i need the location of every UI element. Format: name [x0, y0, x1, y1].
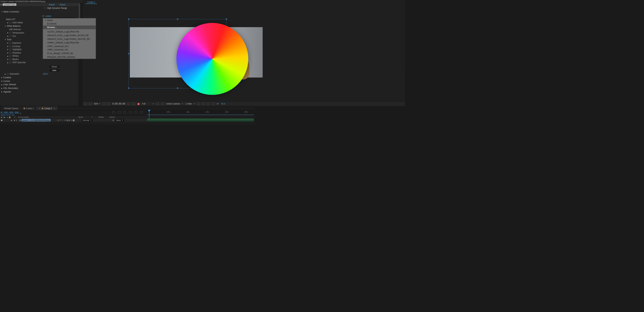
stopwatch-icon[interactable] [9, 32, 11, 34]
lut-option-none[interactable]: None [43, 18, 96, 22]
timeline-icon[interactable] [207, 103, 210, 105]
speaker-icon[interactable]: 🔈 [3, 116, 6, 118]
layer-color-icon[interactable]: ■ [13, 119, 16, 121]
hdr-white-label: HDR White [12, 21, 23, 24]
color-mgmt-icon[interactable]: ⬤ [137, 102, 140, 105]
active-checkbox[interactable] [43, 15, 45, 17]
section-basic-correction[interactable]: ▼ Basic Correction [0, 10, 78, 14]
lut-option[interactable]: AlexaV3_K1S1_LogC2Video_Rec709_EE [43, 37, 96, 41]
monitor-icon[interactable] [89, 103, 92, 105]
hdr-checkbox[interactable] [44, 7, 46, 9]
guide-icon[interactable] [103, 103, 105, 105]
panel-menu-icon[interactable]: ≡ [54, 107, 55, 109]
channels-icon[interactable] [132, 103, 135, 105]
stopwatch-icon[interactable] [9, 35, 11, 37]
pickwhip-icon[interactable]: @ [112, 119, 115, 121]
reset-link[interactable]: Reset [49, 3, 55, 6]
fast-preview-icon[interactable] [202, 103, 205, 105]
mask-icon[interactable] [108, 103, 110, 105]
lut-option-browse[interactable]: Browse... [43, 25, 96, 29]
time-ruler[interactable]: 05s10s15s20s25s [147, 110, 254, 114]
layer-name[interactable]: photo-1…81-48f03fa45e9f.jpeg [22, 119, 51, 121]
layer-column-header: ◉ 🔈 ● 🔒 # Source Name Mode T TrkMat Pare… [0, 116, 147, 119]
tab-comp2[interactable]: ×Comp 2≡ [36, 106, 57, 110]
snapshot-icon[interactable] [128, 103, 130, 105]
camera-dropdown[interactable]: Active Camera▼ [166, 102, 183, 105]
stopwatch-icon[interactable] [9, 22, 11, 24]
blend-mode-value: Normal [83, 119, 89, 121]
refresh-icon[interactable]: ⟳ [217, 102, 219, 105]
transparency-grid-icon[interactable] [161, 103, 164, 105]
about-link[interactable]: About... [59, 3, 67, 6]
effect-panel-tab[interactable]: Comp 2 • photo-1421809313281-48f03fa45e9… [0, 0, 83, 3]
whites-label: Whites [12, 55, 19, 57]
resolution-value: Full [142, 102, 145, 105]
draft3d-icon[interactable] [118, 111, 120, 113]
tone-reset-button[interactable]: Reset [49, 65, 60, 68]
viewer-tab-comp2[interactable]: Comp 2 [85, 0, 97, 4]
table-row[interactable]: ◉ ▶ ■ 1 ▤ photo-1…81-48f03fa45e9f.jpeg ⊕… [0, 119, 147, 122]
brainstorm-icon[interactable] [140, 111, 143, 113]
lut-option[interactable]: AMIRA_Default_LogC2Rec709 [43, 41, 96, 44]
solo-icon[interactable]: ● [6, 116, 9, 118]
stopwatch-icon[interactable] [9, 55, 11, 57]
lut-option[interactable]: ALEXA_Default_LogC2Rec709 [43, 30, 96, 34]
section-vignette[interactable]: ▶Vignette [0, 90, 78, 94]
lut-option-custom[interactable]: [Custom] [43, 22, 96, 25]
views-dropdown[interactable]: 1 View▼ [185, 102, 195, 105]
stopwatch-icon[interactable] [9, 58, 11, 60]
flowchart-icon[interactable] [212, 103, 214, 105]
saturation-value[interactable]: 100.0 [43, 73, 48, 75]
wb-label: White Balance [7, 25, 21, 27]
lut-option[interactable]: Phantom_Rec709_Gamma [43, 55, 96, 59]
graph-editor-icon[interactable] [135, 111, 137, 113]
eye-toggle[interactable]: ◉ [0, 119, 3, 121]
comp-mini-flowchart-icon[interactable] [112, 111, 115, 113]
close-icon[interactable]: × [39, 107, 40, 109]
blacks-label: Blacks [12, 58, 18, 60]
toggle-alpha-icon[interactable] [84, 103, 87, 105]
section-hsl[interactable]: ▶HSL Secondary [0, 86, 78, 90]
stopwatch-icon[interactable] [9, 45, 11, 47]
layer-duration-bar[interactable] [147, 119, 254, 121]
work-area-bar[interactable] [147, 114, 254, 115]
wb-selector-label: WB Selector [9, 28, 21, 31]
search-icon[interactable] [18, 112, 21, 114]
stopwatch-icon[interactable] [9, 51, 11, 54]
timeline-panel: Render Queue Comp 1 ×Comp 2≡ 0;00;00;00 … [0, 106, 255, 124]
composition-viewer: Comp 2 50%▼ 0;00;00;00 ⬤ Full▼ Active Ca… [83, 0, 405, 106]
hdr-specular-label: HDR Specular [12, 61, 26, 64]
input-lut-popup: None [Custom] Browse... ALEXA_Default_Lo… [43, 18, 96, 59]
pixel-aspect-icon[interactable] [197, 103, 200, 105]
tab-render-queue[interactable]: Render Queue [2, 106, 21, 110]
layer-disclosure-icon[interactable]: ▶ [11, 119, 12, 121]
exposure-value[interactable]: +0.0 [221, 102, 225, 105]
lut-option[interactable]: AlexaV3_K1S1_LogC2Video_DCIP3_EE [43, 34, 96, 37]
stopwatch-icon[interactable] [9, 48, 11, 50]
lut-option[interactable]: ARRI_Universal_HD [43, 48, 96, 51]
effect-name-badge[interactable]: Lumetri Color [3, 3, 16, 6]
resolution-dropdown[interactable]: Full▼ [142, 102, 154, 105]
motion-blur-icon[interactable] [129, 111, 132, 113]
eye-icon[interactable]: ◉ [0, 116, 3, 118]
lock-icon[interactable]: 🔒 [9, 116, 11, 118]
lut-option[interactable]: ARRI_Universal_DCI [43, 44, 96, 48]
section-color-wheels[interactable]: ▶Color Wheels [0, 83, 78, 86]
parent-dropdown[interactable]: None▼ [115, 119, 124, 121]
highlights-label: Highlights [12, 48, 22, 50]
current-timecode[interactable]: 0;00;00;00 [112, 102, 125, 105]
section-curves[interactable]: ▶Curves [0, 79, 78, 83]
tone-auto-button[interactable]: Auto [49, 69, 60, 72]
stopwatch-icon[interactable] [9, 61, 11, 63]
tab-comp1[interactable]: Comp 1 [21, 106, 36, 110]
zoom-dropdown[interactable]: 50%▼ [94, 102, 100, 105]
frame-blend-icon[interactable] [124, 111, 126, 113]
switch-icons[interactable]: ⊕ ✶ ＼ fx ▦ ◐ ● ⬤ [57, 119, 77, 122]
blend-mode-dropdown[interactable]: Normal▼ [82, 119, 93, 121]
stopwatch-icon[interactable] [9, 42, 11, 44]
stopwatch-icon[interactable] [6, 73, 9, 75]
roi-icon[interactable] [156, 103, 159, 105]
section-creative[interactable]: ▶Creative [0, 76, 78, 79]
menu-separator [43, 29, 96, 30]
lut-option[interactable]: D-21_delogC_EI0200_B1 [43, 51, 96, 55]
